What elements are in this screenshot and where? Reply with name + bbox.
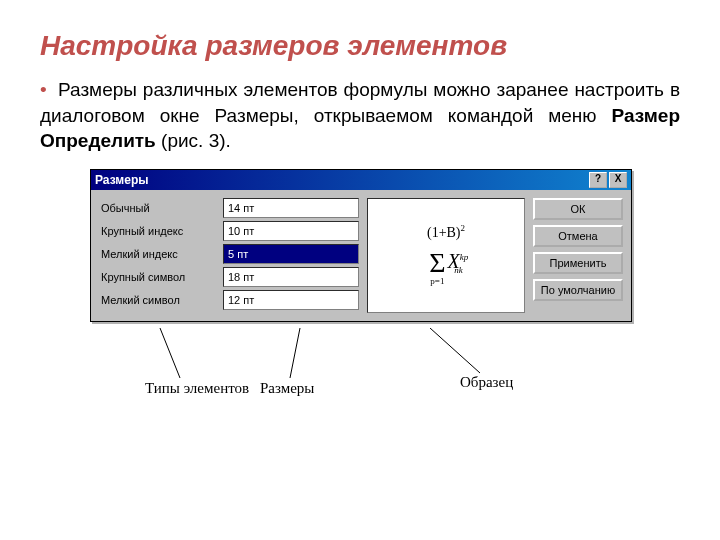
field-row: Мелкий индекс 5 пт	[99, 244, 359, 264]
page-title: Настройка размеров элементов	[40, 30, 680, 62]
callout-area: Типы элементов Размеры Образец	[90, 328, 630, 418]
dialog-title: Размеры	[95, 173, 148, 187]
field-row: Мелкий символ 12 пт	[99, 290, 359, 310]
field-label: Крупный индекс	[99, 223, 223, 239]
field-label: Мелкий индекс	[99, 246, 223, 262]
field-input-large-index[interactable]: 10 пт	[223, 221, 359, 241]
field-input-large-symbol[interactable]: 18 пт	[223, 267, 359, 287]
field-input-normal[interactable]: 14 пт	[223, 198, 359, 218]
callout-types: Типы элементов	[145, 380, 249, 397]
callout-sizes: Размеры	[260, 380, 314, 397]
field-input-small-symbol[interactable]: 12 пт	[223, 290, 359, 310]
sizes-dialog: Размеры ? X Обычный 14 пт Крупный индекс…	[90, 169, 632, 322]
help-button[interactable]: ?	[589, 172, 607, 188]
apply-button[interactable]: Применить	[533, 252, 623, 274]
field-row: Обычный 14 пт	[99, 198, 359, 218]
field-label: Мелкий символ	[99, 292, 223, 308]
field-label: Крупный символ	[99, 269, 223, 285]
ok-button[interactable]: ОК	[533, 198, 623, 220]
size-fields: Обычный 14 пт Крупный индекс 10 пт Мелки…	[99, 198, 359, 313]
field-row: Крупный символ 18 пт	[99, 267, 359, 287]
dialog-titlebar: Размеры ? X	[91, 170, 631, 190]
close-button[interactable]: X	[609, 172, 627, 188]
formula-preview: (1+B)2 Σ p=1 Xkpnk	[367, 198, 525, 313]
default-button[interactable]: По умолчанию	[533, 279, 623, 301]
svg-line-2	[430, 328, 480, 373]
sigma-symbol: Σ	[429, 249, 445, 277]
svg-line-1	[290, 328, 300, 378]
cancel-button[interactable]: Отмена	[533, 225, 623, 247]
callout-arrows	[90, 328, 630, 418]
callout-sample: Образец	[460, 374, 513, 391]
field-input-small-index[interactable]: 5 пт	[223, 244, 359, 264]
field-row: Крупный индекс 10 пт	[99, 221, 359, 241]
body-paragraph: •Размеры различных элементов формулы мож…	[40, 77, 680, 154]
bullet-dot: •	[40, 77, 58, 103]
field-label: Обычный	[99, 200, 223, 216]
svg-line-0	[160, 328, 180, 378]
